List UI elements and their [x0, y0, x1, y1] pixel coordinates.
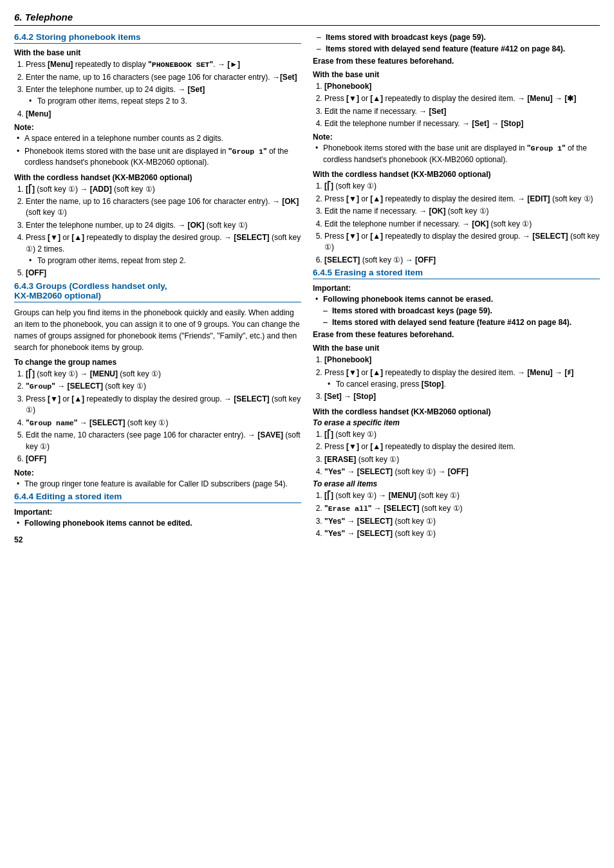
specific-erase-steps: [⎡] (soft key ①) Press [▼] or [▲] repeat… [313, 429, 600, 478]
notes-643: The group ringer tone feature is availab… [14, 479, 301, 490]
se-step-1: [⎡] (soft key ①) [324, 429, 600, 440]
cg-step-1: [⎡] (soft key ①) → [MENU] (soft key ①) [26, 369, 301, 380]
bu644-step-2: Press [▼] or [▲] repeatedly to display t… [324, 93, 600, 104]
ae-step-1: [⎡] (soft key ①) → [MENU] (soft key ①) [324, 490, 600, 501]
section-643-title: 6.4.3 Groups (Cordless handset only,KX-M… [14, 281, 301, 302]
bu645-step-1: [Phonebook] [324, 355, 600, 365]
important-645: Following phonebook items cannot be eras… [313, 294, 600, 328]
se-step-3: [ERASE] (soft key ①) [324, 454, 600, 465]
erase-note-top: Erase from these features beforehand. [313, 57, 600, 66]
notes-644: Phonebook items stored with the base uni… [313, 143, 600, 165]
step-4: [Menu] [26, 109, 301, 120]
base-unit-notes: A space entered in a telephone number co… [14, 133, 301, 168]
right-column: Items stored with broadcast keys (page 5… [313, 32, 600, 856]
page: 6. Telephone 6.4.2 Storing phonebook ite… [0, 0, 614, 868]
dash-list-644-top: Items stored with broadcast keys (page 5… [313, 32, 600, 55]
se-step-2: Press [▼] or [▲] repeatedly to display t… [324, 441, 600, 452]
c-step-4: Press [▼] or [▲] repeatedly to display t… [26, 232, 301, 266]
note-643-1: The group ringer tone feature is availab… [24, 479, 301, 490]
dash-item-2: Items stored with delayed send feature (… [326, 44, 600, 55]
bu644-step-4: Edit the telephone number if necessary. … [324, 118, 600, 129]
step-2: Enter the name, up to 16 characters (see… [26, 72, 301, 83]
important-644: Following phonebook items cannot be edit… [14, 518, 301, 529]
cd644-step-5: Press [▼] or [▲] repeatedly to display t… [324, 231, 600, 254]
bu645-cancel: To cancel erasing, press [Stop]. [336, 379, 600, 390]
cordless-steps-642: [⎡] (soft key ①) → [ADD] (soft key ①) En… [14, 184, 301, 279]
base-unit-heading-645: With the base unit [313, 344, 600, 353]
step-1: Press [Menu] repeatedly to display "PHON… [26, 59, 301, 71]
important-label-645: Important: [313, 284, 600, 293]
c-step-2: Enter the name, up to 16 characters (see… [26, 196, 301, 219]
base-unit-heading: With the base unit [14, 48, 301, 57]
important-644-1: Following phonebook items cannot be edit… [24, 518, 301, 529]
important-645-1: Following phonebook items cannot be eras… [323, 294, 600, 328]
c-step-5: [OFF] [26, 268, 301, 279]
section-642-title: 6.4.2 Storing phonebook items [14, 32, 301, 44]
cordless-heading-642: With the cordless handset (KX-MB2060 opt… [14, 173, 301, 182]
note-label-643: Note: [14, 468, 301, 477]
c-step-3: Enter the telephone number, up to 24 dig… [26, 220, 301, 231]
change-group-steps: [⎡] (soft key ①) → [MENU] (soft key ①) "… [14, 369, 301, 465]
note-label-1: Note: [14, 123, 301, 132]
cd644-step-6: [SELECT] (soft key ①) → [OFF] [324, 255, 600, 266]
step-3-sub: To program other items, repeat steps 2 t… [26, 96, 301, 107]
cordless-steps-644: [⎡] (soft key ①) Press [▼] or [▲] repeat… [313, 181, 600, 266]
ae-step-3: "Yes" → [SELECT] (soft key ①) [324, 516, 600, 527]
c-step-1: [⎡] (soft key ①) → [ADD] (soft key ①) [26, 184, 301, 195]
dash-645-2: –Items stored with delayed send feature … [332, 317, 600, 328]
bu645-step-3: [Set] → [Stop] [324, 391, 600, 402]
note-2: Phonebook items stored with the base uni… [24, 146, 301, 169]
cd644-step-2: Press [▼] or [▲] repeatedly to display t… [324, 194, 600, 205]
cg-step-6: [OFF] [26, 454, 301, 465]
cd644-step-4: Edit the telephone number if necessary. … [324, 219, 600, 230]
bu644-step-1: [Phonebook] [324, 81, 600, 92]
section-643: 6.4.3 Groups (Cordless handset only,KX-M… [14, 281, 301, 490]
dash-list-645: –Items stored with broadcast keys (page … [323, 306, 600, 329]
base-unit-steps-644: [Phonebook] Press [▼] or [▲] repeatedly … [313, 81, 600, 130]
ae-step-4: "Yes" → [SELECT] (soft key ①) [324, 528, 600, 539]
c-step-4-sub-item: To program other items, repeat from step… [37, 255, 301, 266]
cg-step-3: Press [▼] or [▲] repeatedly to display t… [26, 394, 301, 416]
base-unit-heading-644: With the base unit [313, 70, 600, 79]
note-644-1: Phonebook items stored with the base uni… [323, 143, 600, 165]
note-1: A space entered in a telephone number co… [24, 133, 301, 144]
bu645-step-2: Press [▼] or [▲] repeatedly to display t… [324, 367, 600, 391]
page-header: 6. Telephone [14, 12, 600, 26]
step-3-sub-item: To program other items, repeat steps 2 t… [37, 96, 301, 107]
dash-645-1: –Items stored with broadcast keys (page … [332, 306, 600, 317]
ae-step-2: "Erase all" → [SELECT] (soft key ①) [324, 503, 600, 515]
cd644-step-3: Edit the name if necessary. → [OK] (soft… [324, 206, 600, 217]
section-642: 6.4.2 Storing phonebook items With the b… [14, 32, 301, 279]
all-erase-steps: [⎡] (soft key ①) → [MENU] (soft key ①) "… [313, 490, 600, 539]
c-step-4-sub: To program other items, repeat from step… [26, 255, 301, 266]
all-erase-heading: To erase all items [313, 479, 600, 488]
section-645: 6.4.5 Erasing a stored item Important: F… [313, 268, 600, 539]
note-label-644: Note: [313, 133, 600, 142]
erase-note-645: Erase from these features beforehand. [313, 330, 600, 339]
section-645-title: 6.4.5 Erasing a stored item [313, 268, 600, 279]
step-3: Enter the telephone number, up to 24 dig… [26, 84, 301, 107]
cordless-heading-645: With the cordless handset (KX-MB2060 opt… [313, 407, 600, 416]
cg-step-4: "Group name" → [SELECT] (soft key ①) [26, 418, 301, 429]
bu645-step-2-sub: To cancel erasing, press [Stop]. [324, 379, 600, 390]
cg-step-5: Edit the name, 10 characters (see page 1… [26, 430, 301, 452]
left-column: 6.4.2 Storing phonebook items With the b… [14, 32, 301, 856]
two-column-layout: 6.4.2 Storing phonebook items With the b… [14, 32, 600, 856]
page-number: 52 [14, 535, 301, 544]
cg-step-2: "Group" → [SELECT] (soft key ①) [26, 381, 301, 392]
section-644-title: 6.4.4 Editing a stored item [14, 492, 301, 503]
dash-item-1: Items stored with broadcast keys (page 5… [326, 32, 600, 43]
base-unit-steps: Press [Menu] repeatedly to display "PHON… [14, 59, 301, 120]
section-644: 6.4.4 Editing a stored item Important: F… [14, 492, 301, 529]
section-644-cont: Items stored with broadcast keys (page 5… [313, 32, 600, 266]
bu644-step-3: Edit the name if necessary. → [Set] [324, 106, 600, 117]
change-group-heading: To change the group names [14, 358, 301, 367]
base-unit-steps-645: [Phonebook] Press [▼] or [▲] repeatedly … [313, 355, 600, 403]
cordless-heading-644: With the cordless handset (KX-MB2060 opt… [313, 170, 600, 179]
cd644-step-1: [⎡] (soft key ①) [324, 181, 600, 192]
se-step-4: "Yes" → [SELECT] (soft key ①) → [OFF] [324, 466, 600, 477]
specific-erase-heading: To erase a specific item [313, 418, 600, 427]
section-643-body: Groups can help you find items in the ph… [14, 307, 301, 353]
important-label-644: Important: [14, 508, 301, 517]
